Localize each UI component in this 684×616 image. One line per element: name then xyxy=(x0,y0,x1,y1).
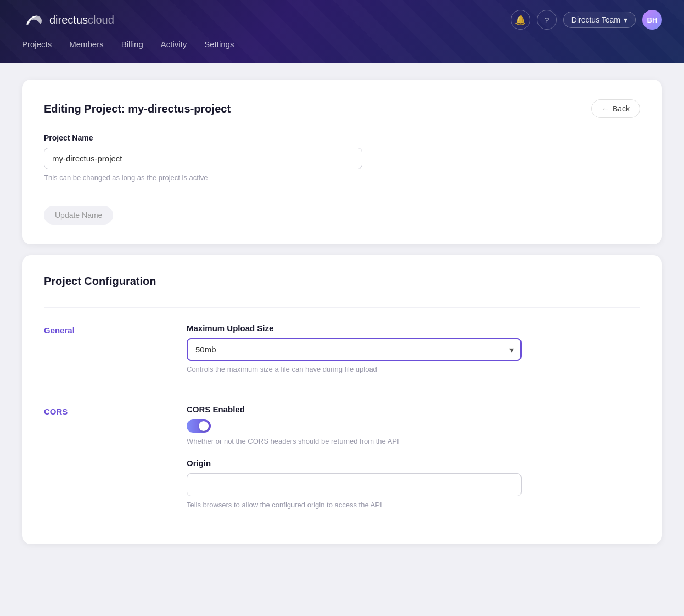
nav-item-activity[interactable]: Activity xyxy=(161,40,187,52)
nav-item-members[interactable]: Members xyxy=(69,40,104,52)
max-upload-size-select[interactable]: 10mb 25mb 50mb 100mb 250mb xyxy=(187,338,522,361)
cors-enabled-hint: Whether or not the CORS headers should b… xyxy=(187,437,640,445)
cors-origin-field: Origin Tells browsers to allow the confi… xyxy=(187,458,640,509)
editing-project-title: Editing Project: my-directus-project xyxy=(44,103,231,115)
chevron-down-icon: ▾ xyxy=(624,15,627,24)
general-section: General Maximum Upload Size 10mb 25mb 50… xyxy=(44,307,640,389)
nav: Projects Members Billing Activity Settin… xyxy=(0,40,684,63)
arrow-left-icon: ← xyxy=(602,104,609,113)
logo-text: directuscloud xyxy=(49,14,114,26)
project-name-hint: This can be changed as long as the proje… xyxy=(44,173,640,182)
cors-section-label: CORS xyxy=(44,405,165,509)
logo: directuscloud xyxy=(22,9,114,31)
back-button[interactable]: ← Back xyxy=(591,99,640,118)
main-content: Editing Project: my-directus-project ← B… xyxy=(0,63,684,561)
cors-origin-input[interactable] xyxy=(187,473,522,496)
project-name-label: Project Name xyxy=(44,133,640,142)
question-icon: ? xyxy=(545,15,549,25)
avatar-initials: BH xyxy=(647,16,658,24)
cors-section: CORS CORS Enabled Whether or not the COR… xyxy=(44,389,640,524)
cors-enabled-field: CORS Enabled Whether or not the CORS hea… xyxy=(187,405,640,445)
nav-item-billing[interactable]: Billing xyxy=(121,40,143,52)
nav-item-settings[interactable]: Settings xyxy=(204,40,234,52)
cors-origin-hint: Tells browsers to allow the configured o… xyxy=(187,501,640,509)
team-selector[interactable]: Directus Team ▾ xyxy=(563,12,636,28)
max-upload-hint: Controls the maximum size a file can hav… xyxy=(187,365,640,373)
cors-origin-label: Origin xyxy=(187,458,640,468)
back-label: Back xyxy=(613,104,630,113)
toggle-track xyxy=(187,419,211,433)
nav-item-projects[interactable]: Projects xyxy=(22,40,52,52)
max-upload-size-wrapper: 10mb 25mb 50mb 100mb 250mb ▾ xyxy=(187,338,522,361)
help-button[interactable]: ? xyxy=(537,10,557,30)
project-name-field: Project Name This can be changed as long… xyxy=(44,133,640,182)
header: directuscloud 🔔 ? Directus Team ▾ BH Pro… xyxy=(0,0,684,63)
update-name-label: Update Name xyxy=(55,211,102,220)
general-section-content: Maximum Upload Size 10mb 25mb 50mb 100mb… xyxy=(187,323,640,373)
logo-icon xyxy=(22,9,44,31)
project-name-input[interactable] xyxy=(44,148,362,169)
notifications-button[interactable]: 🔔 xyxy=(511,10,530,30)
editing-project-card: Editing Project: my-directus-project ← B… xyxy=(22,80,662,244)
cors-section-content: CORS Enabled Whether or not the CORS hea… xyxy=(187,405,640,509)
general-section-label: General xyxy=(44,323,165,373)
config-title: Project Configuration xyxy=(44,275,640,288)
project-config-card: Project Configuration General Maximum Up… xyxy=(22,255,662,544)
max-upload-size-field: Maximum Upload Size 10mb 25mb 50mb 100mb… xyxy=(187,323,640,373)
cors-toggle[interactable] xyxy=(187,419,211,433)
max-upload-size-label: Maximum Upload Size xyxy=(187,323,640,333)
cors-enabled-label: CORS Enabled xyxy=(187,405,640,414)
cors-toggle-wrapper xyxy=(187,419,640,433)
toggle-thumb xyxy=(199,421,209,431)
header-actions: 🔔 ? Directus Team ▾ BH xyxy=(511,10,662,30)
bell-icon: 🔔 xyxy=(515,15,526,25)
team-label: Directus Team xyxy=(571,15,620,24)
avatar[interactable]: BH xyxy=(642,10,662,30)
update-name-button[interactable]: Update Name xyxy=(44,206,113,225)
